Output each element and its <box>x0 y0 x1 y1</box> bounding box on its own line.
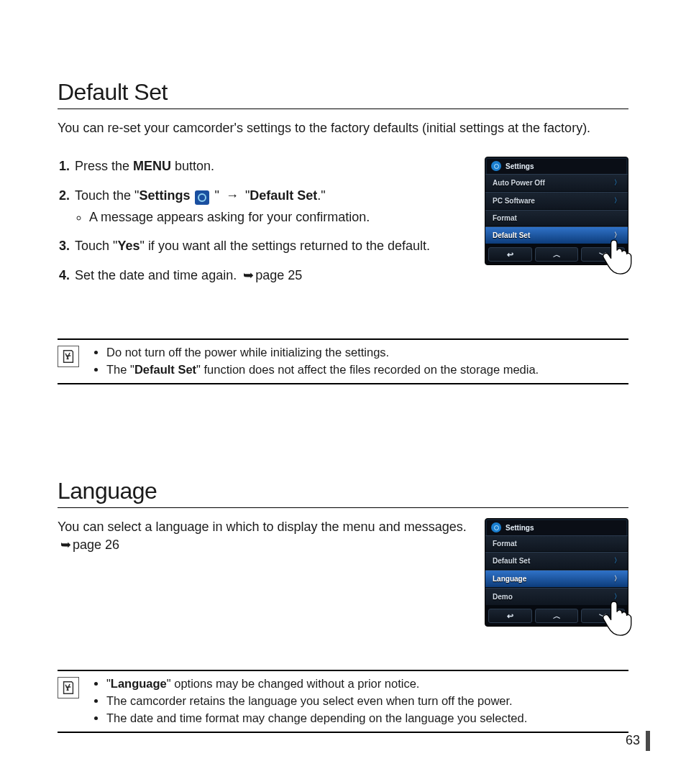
note-item: The "Default Set" function does not affe… <box>106 361 539 379</box>
steps-default-set: Press the MENU button. Touch the "Settin… <box>58 157 467 295</box>
chevron-up-icon: ︿ <box>553 249 561 260</box>
lcd-down-button[interactable]: ﹀ <box>581 609 625 623</box>
step2-f: ." <box>317 188 325 203</box>
lcd-item-label: Demo <box>493 593 513 601</box>
lcd-down-button[interactable]: ﹀ <box>581 247 625 262</box>
lcd-item-label: Auto Power Off <box>493 179 545 187</box>
chevron-right-icon: 〉 <box>614 592 621 601</box>
lead-language: You can select a language in which to di… <box>58 518 467 553</box>
chevron-right-icon: 〉 <box>614 574 621 584</box>
page-ref-arrow-icon: ➥ <box>243 268 254 282</box>
lcd-screenshot-language: Settings Format Default Set〉 Language〉 D… <box>485 518 628 627</box>
step-1: Press the MENU button. <box>73 157 467 176</box>
chevron-right-icon: 〉 <box>614 196 621 206</box>
note-text: The " <box>106 363 134 376</box>
lead-default-set: You can re-set your camcorder's settings… <box>58 119 628 137</box>
note-list-language: "Language" options may be changed withou… <box>92 675 527 727</box>
lcd-up-button[interactable]: ︿ <box>535 609 579 623</box>
note-item: "Language" options may be changed withou… <box>106 675 527 693</box>
step3-a: Touch " <box>75 239 117 253</box>
lcd-item-label: Language <box>493 575 526 583</box>
lead-page-ref: page 26 <box>73 538 119 552</box>
note-bold: Default Set <box>134 363 196 376</box>
chevron-up-icon: ︿ <box>553 611 561 622</box>
lcd-back-button[interactable]: ↩ <box>488 247 532 262</box>
note-block-language: "Language" options may be changed withou… <box>58 670 628 733</box>
step4-a: Set the date and time again. <box>75 268 240 282</box>
page-ref-arrow-icon: ➥ <box>60 538 71 552</box>
lcd-item-pc-software[interactable]: PC Software〉 <box>485 192 628 210</box>
lcd-header-title: Settings <box>506 524 534 532</box>
arrow-right-icon: → <box>226 188 239 203</box>
step1-text-a: Press the <box>75 159 133 173</box>
step1-menu-bold: MENU <box>133 159 171 173</box>
lcd-item-label: Format <box>493 540 517 548</box>
lcd-item-format[interactable]: Format <box>485 535 628 552</box>
step-3: Touch "Yes" if you want all the settings… <box>73 236 467 256</box>
note-list-default-set: Do not turn off the power while initiali… <box>92 344 539 379</box>
note-block-default-set: Do not turn off the power while initiali… <box>58 338 628 384</box>
note-icon <box>58 346 79 367</box>
page-tab-bar <box>646 731 650 751</box>
lcd-item-language[interactable]: Language〉 <box>485 570 628 588</box>
note-item: The camcorder retains the language you s… <box>106 693 527 710</box>
page-number: 63 <box>626 733 644 748</box>
language-body: You can select a language in which to di… <box>58 518 628 627</box>
lcd-footer: ↩ ︿ ﹀ <box>485 606 628 626</box>
back-icon: ↩ <box>507 250 513 259</box>
heading-default-set: Default Set <box>58 79 628 106</box>
lcd-item-default-set[interactable]: Default Set〉 <box>485 226 628 244</box>
settings-icon <box>195 190 209 205</box>
lcd-header: Settings <box>485 519 628 535</box>
lcd-up-button[interactable]: ︿ <box>535 247 579 262</box>
gear-icon <box>491 522 501 532</box>
step2-c: " <box>211 188 222 203</box>
lcd-item-default-set[interactable]: Default Set〉 <box>485 552 628 570</box>
lcd-item-auto-power-off[interactable]: Auto Power Off〉 <box>485 174 628 192</box>
default-set-body: Press the MENU button. Touch the "Settin… <box>58 157 628 295</box>
lcd-item-label: Format <box>493 214 517 222</box>
heading-language: Language <box>58 478 628 504</box>
lead-text: You can select a language in which to di… <box>58 520 467 534</box>
lcd-item-label: PC Software <box>493 197 535 205</box>
heading-rule <box>58 109 628 109</box>
lcd-item-format[interactable]: Format <box>485 210 628 226</box>
step2-a: Touch the " <box>75 188 139 203</box>
step1-text-c: button. <box>171 159 214 173</box>
note-text: " options may be changed without a prior… <box>167 677 420 690</box>
gear-icon <box>491 161 501 171</box>
lcd-header-title: Settings <box>506 162 534 170</box>
lcd-footer: ↩ ︿ ﹀ <box>485 244 628 264</box>
note-item: Do not turn off the power while initiali… <box>106 344 539 361</box>
step2-defaultset-bold: Default Set <box>250 188 317 203</box>
lcd-back-button[interactable]: ↩ <box>488 609 532 623</box>
step-2: Touch the "Settings " → "Default Set." A… <box>73 186 467 226</box>
step2-d: " <box>242 188 250 203</box>
heading-rule <box>58 507 628 508</box>
step4-page-ref: page 25 <box>255 268 302 282</box>
note-bold: Language <box>111 677 167 690</box>
section-language: Language You can select a language in wh… <box>58 478 628 733</box>
note-item: The date and time format may change depe… <box>106 710 527 727</box>
chevron-down-icon: ﹀ <box>599 611 607 622</box>
note-icon <box>58 677 79 698</box>
step3-c: " if you want all the settings returned … <box>140 239 430 253</box>
lcd-header: Settings <box>485 157 628 174</box>
step2-settings-bold: Settings <box>139 188 190 203</box>
lcd-item-demo[interactable]: Demo〉 <box>485 588 628 606</box>
chevron-right-icon: 〉 <box>614 178 621 188</box>
lcd-item-label: Default Set <box>493 231 530 239</box>
step-4: Set the date and time again. ➥page 25 <box>73 266 467 285</box>
chevron-right-icon: 〉 <box>614 556 621 566</box>
step2-sub-item: A message appears asking for your confir… <box>89 208 467 226</box>
step2-sublist: A message appears asking for your confir… <box>75 208 467 226</box>
note-text: " function does not affect the files rec… <box>196 363 539 376</box>
chevron-right-icon: 〉 <box>614 231 621 240</box>
step3-yes-bold: Yes <box>117 239 140 253</box>
lcd-item-label: Default Set <box>493 557 530 565</box>
back-icon: ↩ <box>507 612 513 621</box>
section-default-set: Default Set You can re-set your camcorde… <box>58 79 628 384</box>
lcd-screenshot-default-set: Settings Auto Power Off〉 PC Software〉 Fo… <box>485 157 628 265</box>
chevron-down-icon: ﹀ <box>599 249 607 260</box>
